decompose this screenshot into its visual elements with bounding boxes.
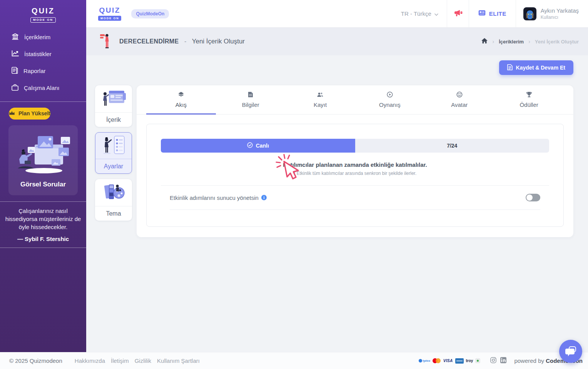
sidebar-item-contents[interactable]: İçeriklerim <box>0 29 86 46</box>
server-control-toggle[interactable] <box>526 194 540 201</box>
promo-card-visual-questions: Görsel Sorular <box>8 125 78 195</box>
tab-label: Akış <box>175 101 187 108</box>
language-selector[interactable]: TR - Türkçe <box>393 10 447 17</box>
step-tabs: İçerik Ayarlar Tema <box>95 85 132 226</box>
crown-icon <box>9 110 15 116</box>
step-tab-content[interactable]: İçerik <box>95 85 132 127</box>
promo-card-title: Görsel Sorular <box>20 181 66 188</box>
toggle-label-text: Etkinlik adımlarını sunucu yönetsin <box>170 194 259 201</box>
tab-gameplay[interactable]: Oynanış <box>355 85 424 114</box>
sidebar-nav: İçeriklerim İstatistikler Raporlar Çalış… <box>0 29 86 96</box>
save-continue-button[interactable]: Kaydet & Devam Et <box>499 60 573 75</box>
chevron-down-icon <box>434 10 438 17</box>
step-tab-label: Tema <box>95 206 132 221</box>
user-name: Aykın Yarkataş <box>541 7 579 14</box>
footer: © 2025 Quizmodeon Hakkımızda İletişim Gi… <box>0 352 588 369</box>
trophy-icon <box>526 91 532 99</box>
sidebar: QUIZ MODE ON İçeriklerim İstatistikler R… <box>0 0 86 352</box>
breadcrumb: › İçeriklerim › Yeni İçerik Oluştur <box>481 38 579 45</box>
linkedin-icon[interactable] <box>500 357 506 365</box>
upgrade-plan-button[interactable]: Plan Yükselt <box>9 108 50 120</box>
footer-link-about[interactable]: Hakkımızda <box>75 357 105 364</box>
tab-flow[interactable]: Akış <box>146 85 216 114</box>
content-illustration <box>95 85 132 113</box>
flow-panel: Canlı 7/24 Katılımcılar planlanan zamand… <box>146 124 564 227</box>
info-icon[interactable]: i <box>261 195 267 200</box>
save-continue-label: Kaydet & Devam Et <box>516 65 565 71</box>
sidebar-logo: QUIZ MODE ON <box>0 0 86 23</box>
powered-by-text: powered by <box>514 357 544 364</box>
tab-label: Ödüller <box>520 101 538 108</box>
category-label: DERECELENDİRME <box>119 38 179 45</box>
logo-text: QUIZ <box>98 7 121 14</box>
step-tab-theme[interactable]: Tema <box>95 179 132 221</box>
segment-247[interactable]: 7/24 <box>355 139 550 153</box>
breadcrumb-separator: › <box>492 38 494 45</box>
chart-icon <box>12 50 19 58</box>
payment-icons: iyzico VISA troy <box>419 358 481 364</box>
toggle-knob <box>526 194 533 201</box>
chat-icon <box>565 346 577 357</box>
segment-live[interactable]: Canlı <box>161 139 355 153</box>
footer-links: Hakkımızda İletişim Gizlilik Kullanım Şa… <box>75 357 200 364</box>
segment-247-label: 7/24 <box>447 143 457 149</box>
tab-label: Oynanış <box>379 101 401 108</box>
breadcrumb-contents[interactable]: İçeriklerim <box>499 39 524 45</box>
footer-link-contact[interactable]: İletişim <box>111 357 129 364</box>
presenter-figure-icon <box>100 32 111 51</box>
breadcrumb-bar: DERECELENDİRME - Yeni İçerik Oluştur › İ… <box>86 28 588 55</box>
instagram-icon[interactable] <box>490 357 496 365</box>
workspace-icon <box>12 84 18 92</box>
user-role: Kullanıcı <box>541 15 579 20</box>
announcements-button[interactable] <box>447 0 469 27</box>
sidebar-item-label: Raporlar <box>23 68 46 74</box>
workspace-badge[interactable]: QuizModeOn <box>131 9 169 18</box>
tab-info[interactable]: Bilgiler <box>216 85 286 114</box>
tab-label: Bilgiler <box>242 101 259 108</box>
visual-questions-illustration <box>13 135 73 175</box>
chat-widget-button[interactable] <box>559 340 582 363</box>
heading-dash: - <box>184 38 186 45</box>
smiley-icon <box>456 91 463 99</box>
layers-icon <box>178 91 184 99</box>
mode-segmented-control: Canlı 7/24 <box>161 139 549 153</box>
server-control-row: Etkinlik adımlarını sunucu yönetsin i <box>170 186 540 210</box>
save-icon <box>507 64 513 71</box>
megaphone-icon <box>453 9 463 18</box>
tab-registration[interactable]: Kayıt <box>286 85 355 114</box>
step-tab-label: Ayarlar <box>95 159 132 173</box>
sidebar-item-label: İçeriklerim <box>24 34 50 40</box>
settings-card: Akış Bilgiler Kayıt Oynanış Avatar Ödüll… <box>137 85 573 237</box>
footer-right: iyzico VISA troy powered by Codemodeon <box>419 357 583 365</box>
mode-description: Katılımcılar planlanan zamanda etkinliğe… <box>161 153 549 186</box>
plan-badge[interactable]: ELITE <box>469 10 516 17</box>
mode-description-text: Katılımcılar planlanan zamanda etkinliğe… <box>161 161 549 168</box>
mastercard-icon <box>433 358 441 363</box>
app-logo[interactable]: QUIZ MODE ON <box>98 7 121 21</box>
sidebar-item-label: İstatistikler <box>24 51 52 57</box>
amex-icon <box>455 358 464 364</box>
sidebar-divider <box>0 248 86 248</box>
sidebar-divider <box>0 101 86 102</box>
secure-payment-icon <box>475 358 480 363</box>
page-heading: DERECELENDİRME - Yeni İçerik Oluştur <box>100 32 245 51</box>
step-tab-settings[interactable]: Ayarlar <box>95 132 132 174</box>
home-icon[interactable] <box>481 38 488 45</box>
visa-icon: VISA <box>443 358 453 364</box>
tab-rewards[interactable]: Ödüller <box>494 85 564 114</box>
step-tab-label: İçerik <box>95 113 132 127</box>
sidebar-item-workspace[interactable]: Çalışma Alanı <box>0 80 86 96</box>
breadcrumb-separator: › <box>528 38 530 45</box>
sidebar-item-reports[interactable]: Raporlar <box>0 63 86 80</box>
sidebar-item-statistics[interactable]: İstatistikler <box>0 46 86 63</box>
footer-link-privacy[interactable]: Gizlilik <box>135 357 151 364</box>
plan-label: ELITE <box>489 10 506 17</box>
quote-author: — Sybil F. Stershic <box>3 236 83 242</box>
social-icons <box>490 357 506 365</box>
quote-text: Çalışanlarınız nasıl hissediyorsa müşter… <box>3 207 83 231</box>
avatar <box>523 7 536 20</box>
mode-description-note: * Etkinlik tüm katılımcılar arasında sen… <box>161 171 549 176</box>
user-menu[interactable]: Aykın Yarkataş Kullanıcı <box>516 7 588 20</box>
footer-link-terms[interactable]: Kullanım Şartları <box>157 357 200 364</box>
tab-avatar[interactable]: Avatar <box>424 85 494 114</box>
